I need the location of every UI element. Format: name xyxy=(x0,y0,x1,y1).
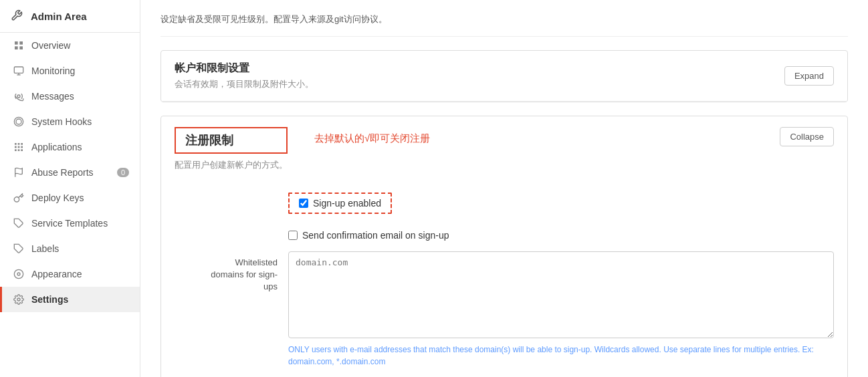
flag-icon xyxy=(13,166,25,178)
whitelisted-domains-textarea[interactable] xyxy=(288,251,834,338)
sidebar-item-label-overview: Overview xyxy=(31,40,129,51)
sidebar-item-label-system-hooks: System Hooks xyxy=(31,116,129,127)
account-section-title: 帐户和限制设置 xyxy=(175,61,314,76)
sidebar-item-monitoring[interactable]: Monitoring xyxy=(0,58,140,84)
registration-header: 注册限制 配置用户创建新帐户的方式。 去掉默认的√即可关闭注册 Collapse xyxy=(161,116,847,182)
svg-rect-4 xyxy=(14,67,23,73)
sidebar-item-label-service-templates: Service Templates xyxy=(31,218,129,229)
account-section: 帐户和限制设置 会话有效期，项目限制及附件大小。 Expand xyxy=(160,50,848,102)
registration-section: 注册限制 配置用户创建新帐户的方式。 去掉默认的√即可关闭注册 Collapse… xyxy=(160,116,848,377)
send-confirmation-checkbox[interactable] xyxy=(288,231,298,240)
sidebar: Admin Area Overview Monitoring Messages … xyxy=(0,0,140,377)
svg-point-7 xyxy=(17,95,20,98)
sidebar-header: Admin Area xyxy=(0,0,140,33)
registration-title: 注册限制 xyxy=(175,127,288,154)
svg-rect-14 xyxy=(15,149,17,151)
svg-rect-3 xyxy=(19,46,23,49)
account-section-header: 帐户和限制设置 会话有效期，项目限制及附件大小。 Expand xyxy=(161,51,847,102)
svg-rect-10 xyxy=(21,143,23,145)
account-title-block: 帐户和限制设置 会话有效期，项目限制及附件大小。 xyxy=(175,61,314,90)
signup-enabled-label: Sign-up enabled xyxy=(313,198,381,209)
sidebar-item-label-abuse-reports: Abuse Reports xyxy=(31,167,114,178)
appearance-icon xyxy=(13,268,25,280)
sidebar-item-label-monitoring: Monitoring xyxy=(31,66,129,76)
monitor-icon xyxy=(13,65,25,77)
whitelisted-domains-label: Whitelisteddomains for sign-ups xyxy=(175,251,288,293)
hook-icon xyxy=(13,116,25,128)
account-section-subtitle: 会话有效期，项目限制及附件大小。 xyxy=(175,78,314,90)
svg-rect-0 xyxy=(15,41,18,45)
sidebar-item-service-templates[interactable]: Service Templates xyxy=(0,211,140,236)
signup-enabled-row[interactable]: Sign-up enabled xyxy=(288,193,392,214)
puzzle-icon xyxy=(13,217,25,229)
svg-rect-2 xyxy=(15,46,18,49)
grid-icon xyxy=(13,39,25,51)
signup-enabled-checkbox[interactable] xyxy=(299,199,308,208)
sidebar-item-label-labels: Labels xyxy=(31,243,129,254)
sidebar-item-applications[interactable]: Applications xyxy=(0,134,140,160)
svg-rect-13 xyxy=(21,146,23,148)
sidebar-item-abuse-reports[interactable]: Abuse Reports 0 xyxy=(0,160,140,185)
svg-rect-8 xyxy=(15,143,17,145)
whitelisted-domains-group: Whitelisteddomains for sign-ups ONLY use… xyxy=(175,251,834,368)
svg-rect-15 xyxy=(18,149,20,151)
collapse-button[interactable]: Collapse xyxy=(780,127,834,146)
whitelisted-domains-help: ONLY users with e-mail addresses that ma… xyxy=(288,344,834,368)
top-description: 设定缺省及受限可见性级别。配置导入来源及git访问协议。 xyxy=(160,13,848,37)
sidebar-item-label-settings: Settings xyxy=(31,294,129,305)
apps-icon xyxy=(13,141,25,153)
sidebar-item-deploy-keys[interactable]: Deploy Keys xyxy=(0,185,140,211)
send-confirmation-label: Send confirmation email on sign-up xyxy=(302,230,449,241)
svg-point-21 xyxy=(17,273,20,275)
sidebar-item-label-messages: Messages xyxy=(31,91,129,102)
sidebar-item-label-applications: Applications xyxy=(31,142,129,152)
sidebar-item-system-hooks[interactable]: System Hooks xyxy=(0,109,140,134)
svg-point-20 xyxy=(14,269,23,278)
expand-button[interactable]: Expand xyxy=(784,66,834,86)
whitelisted-domains-control: ONLY users with e-mail addresses that ma… xyxy=(288,251,834,368)
sidebar-item-labels[interactable]: Labels xyxy=(0,236,140,261)
svg-rect-11 xyxy=(15,146,17,148)
sidebar-title: Admin Area xyxy=(31,11,87,22)
main-content: 设定缺省及受限可见性级别。配置导入来源及git访问协议。 帐户和限制设置 会话有… xyxy=(140,0,868,377)
registration-subtitle: 配置用户创建新帐户的方式。 xyxy=(175,159,288,171)
svg-rect-16 xyxy=(21,149,23,151)
broadcast-icon xyxy=(13,90,25,102)
sidebar-item-messages[interactable]: Messages xyxy=(0,84,140,109)
sidebar-item-appearance[interactable]: Appearance xyxy=(0,261,140,287)
wrench-icon xyxy=(11,9,24,23)
sidebar-item-label-appearance: Appearance xyxy=(31,269,129,279)
registration-form: Sign-up enabled Send confirmation email … xyxy=(161,182,847,377)
abuse-reports-badge: 0 xyxy=(117,168,129,177)
svg-point-22 xyxy=(17,298,20,301)
tag-icon xyxy=(13,243,25,255)
gear-icon xyxy=(13,293,25,305)
send-confirmation-row[interactable]: Send confirmation email on sign-up xyxy=(288,230,834,241)
sidebar-item-overview[interactable]: Overview xyxy=(0,33,140,58)
svg-rect-1 xyxy=(19,41,23,45)
registration-annotation: 去掉默认的√即可关闭注册 xyxy=(314,132,430,145)
key-icon xyxy=(13,192,25,204)
svg-rect-9 xyxy=(18,143,20,145)
registration-title-wrap: 注册限制 配置用户创建新帐户的方式。 去掉默认的√即可关闭注册 xyxy=(175,127,430,171)
sidebar-item-label-deploy-keys: Deploy Keys xyxy=(31,193,129,203)
sidebar-item-settings[interactable]: Settings xyxy=(0,287,140,312)
svg-rect-12 xyxy=(18,146,20,148)
